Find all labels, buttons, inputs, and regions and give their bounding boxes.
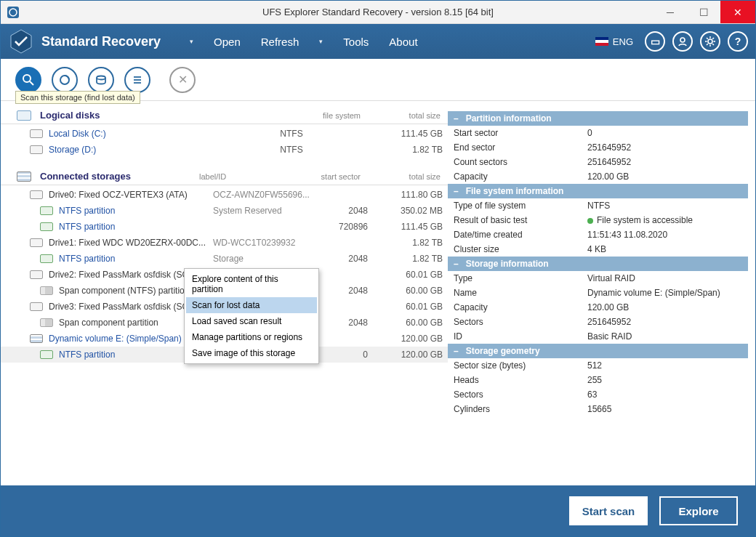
context-menu-item[interactable]: Manage partitions or regions: [186, 329, 317, 345]
scan-storage-button[interactable]: [15, 67, 41, 93]
app-icon: [7, 6, 20, 19]
caret-tools-icon: ▾: [319, 38, 323, 45]
card-icon[interactable]: ▭: [645, 31, 665, 52]
menu-refresh[interactable]: Refresh: [261, 36, 299, 48]
svg-point-4: [708, 39, 712, 44]
info-row: TypeVirtual RAID: [448, 271, 748, 286]
partition-row[interactable]: NTFS partition Storage 2048 1.82 TB: [1, 251, 448, 267]
part-icon: [40, 206, 53, 215]
menu-about[interactable]: About: [389, 36, 417, 48]
drive-icon: [30, 302, 43, 311]
status-ok-icon: [587, 218, 593, 224]
raid-builder-button[interactable]: [52, 67, 78, 93]
partition-row[interactable]: NTFS partition System Reserved 2048 350.…: [1, 203, 448, 219]
svg-line-14: [30, 81, 33, 85]
part-icon: [40, 254, 53, 263]
collapse-icon: –: [454, 346, 459, 356]
context-menu-item[interactable]: Save image of this storage: [186, 345, 317, 361]
info-row: Cluster size4 KB: [448, 242, 748, 257]
language-selector[interactable]: ENG: [595, 36, 633, 47]
storage-tree: Logical disks file system total size Loc…: [1, 101, 448, 485]
connected-storages-header: Connected storages label/ID start sector…: [1, 166, 448, 185]
info-row: Sectors251645952: [448, 315, 748, 329]
close-button[interactable]: ✕: [720, 1, 755, 23]
info-row: Sector size (bytes)512: [448, 358, 748, 373]
span-icon: [40, 286, 53, 295]
list-view-button[interactable]: [124, 67, 150, 93]
info-row: Result of basic testFile system is acces…: [448, 213, 748, 227]
logical-disk-row[interactable]: Storage (D:) NTFS 1.82 TB: [1, 142, 448, 158]
user-icon[interactable]: [672, 31, 693, 52]
open-image-button[interactable]: [88, 67, 114, 93]
part-icon: [40, 222, 53, 231]
footer-bar: Start scan Explore: [1, 485, 755, 536]
info-row: Capacity120.00 GB: [448, 169, 748, 184]
logical-disks-header: Logical disks file system total size: [1, 105, 448, 124]
window-title: UFS Explorer Standard Recovery - version…: [1, 7, 755, 17]
info-row: Sectors63: [448, 387, 748, 402]
maximize-button[interactable]: ☐: [687, 1, 720, 23]
svg-marker-2: [11, 30, 31, 53]
help-icon[interactable]: ?: [728, 31, 748, 52]
svg-point-3: [680, 38, 685, 42]
info-row: NameDynamic volume E: (Simple/Span): [448, 286, 748, 300]
info-row: End sector251645952: [448, 140, 748, 155]
flag-icon: [595, 37, 608, 46]
minimize-button[interactable]: ─: [654, 1, 687, 23]
storages-icon: [17, 171, 31, 182]
clear-button[interactable]: ✕: [169, 67, 196, 93]
menu-open[interactable]: Open: [214, 36, 241, 48]
language-code: ENG: [613, 36, 633, 47]
collapse-icon: –: [454, 113, 459, 124]
context-menu-item[interactable]: Load saved scan result: [186, 313, 317, 329]
caret-open-icon: ▾: [190, 38, 193, 45]
info-row: Start sector0: [448, 126, 748, 140]
collapse-icon: –: [454, 186, 459, 196]
toolbar: ✕ Scan this storage (find lost data): [1, 59, 755, 101]
svg-line-12: [712, 38, 714, 39]
start-scan-button[interactable]: Start scan: [569, 496, 648, 525]
partition-row[interactable]: NTFS partition 720896 111.45 GB: [1, 219, 448, 235]
logical-disk-row[interactable]: Local Disk (C:) NTFS 111.45 GB: [1, 126, 448, 142]
context-menu-item[interactable]: Scan for lost data: [186, 297, 317, 313]
drive-row[interactable]: Drive1: Fixed WDC WD20EZRX-00DC... WD-WC…: [1, 235, 448, 251]
svg-point-16: [97, 76, 105, 79]
span-icon: [40, 318, 53, 327]
drive-icon: [30, 238, 43, 247]
info-row: Capacity120.00 GB: [448, 300, 748, 315]
info-section-header[interactable]: –Storage information: [448, 257, 748, 271]
drive-icon: [30, 190, 43, 199]
info-panel: –Partition informationStart sector0End s…: [448, 101, 755, 485]
svg-line-9: [707, 38, 708, 39]
info-section-header[interactable]: –File system information: [448, 184, 748, 198]
volume-icon: [30, 145, 43, 154]
info-row: IDBasic RAID: [448, 329, 748, 344]
collapse-icon: –: [454, 259, 459, 269]
drive-row[interactable]: Drive0: Fixed OCZ-VERTEX3 (ATA) OCZ-AWNZ…: [1, 187, 448, 203]
info-row: Heads255: [448, 373, 748, 387]
scan-tooltip: Scan this storage (find lost data): [15, 91, 140, 104]
brand-logo-icon: [8, 28, 34, 54]
explore-button[interactable]: Explore: [659, 496, 738, 525]
info-section-header[interactable]: –Storage geometry: [448, 344, 748, 358]
titlebar: UFS Explorer Standard Recovery - version…: [1, 1, 755, 24]
info-section-header[interactable]: –Partition information: [448, 111, 748, 126]
info-row: Date/time created11:51:43 11.08.2020: [448, 227, 748, 242]
info-row: Type of file systemNTFS: [448, 198, 748, 213]
context-menu-item[interactable]: Explore content of this partition: [186, 271, 317, 297]
svg-point-13: [23, 75, 31, 82]
context-menu: Explore content of this partitionScan fo…: [184, 268, 319, 364]
header-bar: Standard Recovery ▾ Open Refresh ▾ Tools…: [1, 24, 755, 59]
volume-icon: [30, 129, 43, 138]
svg-line-10: [712, 44, 714, 45]
menu-tools[interactable]: Tools: [343, 36, 369, 48]
drive-icon: [30, 270, 43, 279]
gear-icon[interactable]: [700, 31, 720, 52]
info-row: Cylinders15665: [448, 402, 748, 416]
brand-title: Standard Recovery: [41, 34, 161, 49]
disk-icon: [17, 110, 31, 121]
dyn-icon: [30, 334, 43, 343]
info-row: Count sectors251645952: [448, 155, 748, 169]
part-icon: [40, 350, 53, 359]
svg-line-11: [707, 44, 708, 45]
